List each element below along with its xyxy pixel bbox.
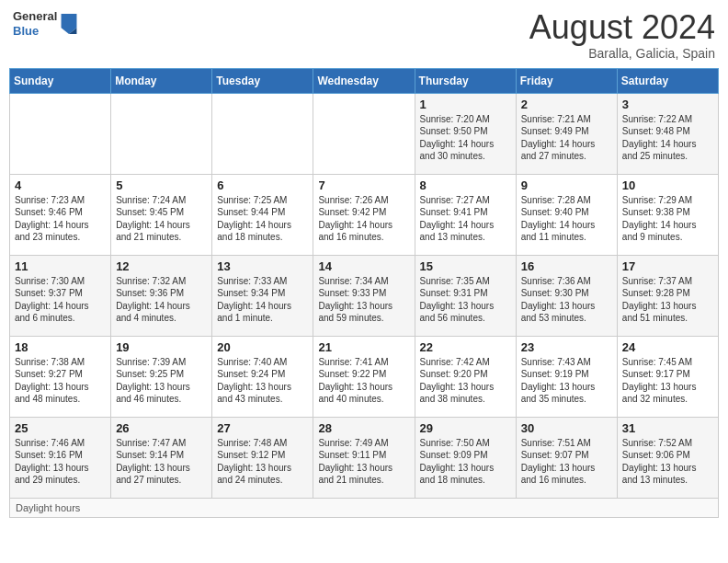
day-info: Sunrise: 7:51 AM Sunset: 9:07 PM Dayligh… (521, 437, 612, 487)
day-info: Sunrise: 7:40 AM Sunset: 9:24 PM Dayligh… (217, 356, 308, 406)
day-info: Sunrise: 7:42 AM Sunset: 9:20 PM Dayligh… (420, 356, 511, 406)
day-number: 9 (521, 178, 612, 192)
calendar-day-cell: 7Sunrise: 7:26 AM Sunset: 9:42 PM Daylig… (313, 174, 415, 255)
day-number: 5 (116, 178, 207, 192)
day-info: Sunrise: 7:25 AM Sunset: 9:44 PM Dayligh… (217, 194, 308, 244)
day-number: 31 (622, 421, 713, 435)
calendar-day-cell: 26Sunrise: 7:47 AM Sunset: 9:14 PM Dayli… (111, 417, 212, 498)
day-info: Sunrise: 7:26 AM Sunset: 9:42 PM Dayligh… (318, 194, 409, 244)
calendar-day-cell: 25Sunrise: 7:46 AM Sunset: 9:16 PM Dayli… (10, 417, 111, 498)
day-info: Sunrise: 7:36 AM Sunset: 9:30 PM Dayligh… (521, 275, 612, 325)
calendar-day-cell: 29Sunrise: 7:50 AM Sunset: 9:09 PM Dayli… (415, 417, 516, 498)
calendar-day-cell: 10Sunrise: 7:29 AM Sunset: 9:38 PM Dayli… (617, 174, 718, 255)
calendar-week-row: 25Sunrise: 7:46 AM Sunset: 9:16 PM Dayli… (10, 417, 719, 498)
calendar-week-row: 11Sunrise: 7:30 AM Sunset: 9:37 PM Dayli… (10, 255, 719, 336)
calendar-day-cell: 8Sunrise: 7:27 AM Sunset: 9:41 PM Daylig… (415, 174, 516, 255)
calendar-day-cell: 6Sunrise: 7:25 AM Sunset: 9:44 PM Daylig… (212, 174, 313, 255)
logo-blue: Blue (13, 24, 57, 39)
day-info: Sunrise: 7:49 AM Sunset: 9:11 PM Dayligh… (318, 437, 409, 487)
day-info: Sunrise: 7:23 AM Sunset: 9:46 PM Dayligh… (15, 194, 106, 244)
logo: General Blue (13, 9, 77, 38)
month-year-title: August 2024 (529, 9, 715, 46)
day-of-week-header: Tuesday (212, 68, 313, 93)
day-number: 3 (622, 98, 713, 111)
title-block: August 2024 Baralla, Galicia, Spain (529, 9, 715, 61)
day-info: Sunrise: 7:47 AM Sunset: 9:14 PM Dayligh… (116, 437, 207, 487)
calendar-day-cell: 17Sunrise: 7:37 AM Sunset: 9:28 PM Dayli… (617, 255, 718, 336)
day-of-week-header: Saturday (617, 68, 718, 93)
calendar-day-cell: 5Sunrise: 7:24 AM Sunset: 9:45 PM Daylig… (111, 174, 212, 255)
day-info: Sunrise: 7:22 AM Sunset: 9:48 PM Dayligh… (622, 113, 713, 163)
day-number: 17 (622, 259, 713, 273)
day-info: Sunrise: 7:45 AM Sunset: 9:17 PM Dayligh… (622, 356, 713, 406)
logo-icon (61, 14, 77, 34)
day-number: 24 (622, 340, 713, 354)
calendar-header-row: SundayMondayTuesdayWednesdayThursdayFrid… (10, 68, 719, 93)
day-info: Sunrise: 7:27 AM Sunset: 9:41 PM Dayligh… (420, 194, 511, 244)
calendar-day-cell: 30Sunrise: 7:51 AM Sunset: 9:07 PM Dayli… (516, 417, 617, 498)
calendar-week-row: 1Sunrise: 7:20 AM Sunset: 9:50 PM Daylig… (10, 93, 719, 174)
logo-text: General Blue (13, 9, 57, 38)
day-number: 27 (217, 421, 308, 435)
day-of-week-header: Monday (111, 68, 212, 93)
note-row: Daylight hours (10, 498, 719, 517)
day-number: 11 (15, 259, 106, 273)
calendar-day-cell: 2Sunrise: 7:21 AM Sunset: 9:49 PM Daylig… (516, 93, 617, 174)
day-info: Sunrise: 7:34 AM Sunset: 9:33 PM Dayligh… (318, 275, 409, 325)
day-number: 14 (318, 259, 409, 273)
calendar-day-cell: 31Sunrise: 7:52 AM Sunset: 9:06 PM Dayli… (617, 417, 718, 498)
day-info: Sunrise: 7:33 AM Sunset: 9:34 PM Dayligh… (217, 275, 308, 325)
day-info: Sunrise: 7:20 AM Sunset: 9:50 PM Dayligh… (420, 113, 511, 163)
calendar-day-cell: 20Sunrise: 7:40 AM Sunset: 9:24 PM Dayli… (212, 336, 313, 417)
day-info: Sunrise: 7:30 AM Sunset: 9:37 PM Dayligh… (15, 275, 106, 325)
day-of-week-header: Sunday (10, 68, 111, 93)
day-info: Sunrise: 7:50 AM Sunset: 9:09 PM Dayligh… (420, 437, 511, 487)
calendar-day-cell: 22Sunrise: 7:42 AM Sunset: 9:20 PM Dayli… (415, 336, 516, 417)
day-info: Sunrise: 7:37 AM Sunset: 9:28 PM Dayligh… (622, 275, 713, 325)
day-number: 28 (318, 421, 409, 435)
day-info: Sunrise: 7:46 AM Sunset: 9:16 PM Dayligh… (15, 437, 106, 487)
day-of-week-header: Friday (516, 68, 617, 93)
day-number: 16 (521, 259, 612, 273)
day-info: Sunrise: 7:48 AM Sunset: 9:12 PM Dayligh… (217, 437, 308, 487)
calendar-day-cell: 3Sunrise: 7:22 AM Sunset: 9:48 PM Daylig… (617, 93, 718, 174)
calendar-day-cell: 23Sunrise: 7:43 AM Sunset: 9:19 PM Dayli… (516, 336, 617, 417)
day-info: Sunrise: 7:29 AM Sunset: 9:38 PM Dayligh… (622, 194, 713, 244)
day-number: 22 (420, 340, 511, 354)
day-number: 4 (15, 178, 106, 192)
location-subtitle: Baralla, Galicia, Spain (529, 46, 715, 61)
calendar-day-cell: 13Sunrise: 7:33 AM Sunset: 9:34 PM Dayli… (212, 255, 313, 336)
day-info: Sunrise: 7:39 AM Sunset: 9:25 PM Dayligh… (116, 356, 207, 406)
calendar-day-cell (10, 93, 111, 174)
day-number: 13 (217, 259, 308, 273)
day-info: Sunrise: 7:28 AM Sunset: 9:40 PM Dayligh… (521, 194, 612, 244)
day-info: Sunrise: 7:41 AM Sunset: 9:22 PM Dayligh… (318, 356, 409, 406)
day-info: Sunrise: 7:35 AM Sunset: 9:31 PM Dayligh… (420, 275, 511, 325)
day-info: Sunrise: 7:52 AM Sunset: 9:06 PM Dayligh… (622, 437, 713, 487)
day-info: Sunrise: 7:43 AM Sunset: 9:19 PM Dayligh… (521, 356, 612, 406)
calendar-day-cell: 4Sunrise: 7:23 AM Sunset: 9:46 PM Daylig… (10, 174, 111, 255)
day-of-week-header: Thursday (415, 68, 516, 93)
day-number: 1 (420, 98, 511, 111)
day-number: 8 (420, 178, 511, 192)
day-number: 18 (15, 340, 106, 354)
calendar-day-cell: 27Sunrise: 7:48 AM Sunset: 9:12 PM Dayli… (212, 417, 313, 498)
calendar-day-cell: 9Sunrise: 7:28 AM Sunset: 9:40 PM Daylig… (516, 174, 617, 255)
calendar-day-cell (212, 93, 313, 174)
logo-general: General (13, 9, 57, 24)
calendar-day-cell: 21Sunrise: 7:41 AM Sunset: 9:22 PM Dayli… (313, 336, 415, 417)
day-number: 12 (116, 259, 207, 273)
calendar-day-cell: 14Sunrise: 7:34 AM Sunset: 9:33 PM Dayli… (313, 255, 415, 336)
calendar-day-cell: 15Sunrise: 7:35 AM Sunset: 9:31 PM Dayli… (415, 255, 516, 336)
calendar-day-cell: 18Sunrise: 7:38 AM Sunset: 9:27 PM Dayli… (10, 336, 111, 417)
page-header: General Blue August 2024 Baralla, Galici… (9, 9, 719, 61)
day-number: 25 (15, 421, 106, 435)
day-number: 23 (521, 340, 612, 354)
day-info: Sunrise: 7:21 AM Sunset: 9:49 PM Dayligh… (521, 113, 612, 163)
day-of-week-header: Wednesday (313, 68, 415, 93)
calendar-day-cell: 28Sunrise: 7:49 AM Sunset: 9:11 PM Dayli… (313, 417, 415, 498)
calendar-day-cell (111, 93, 212, 174)
day-info: Sunrise: 7:24 AM Sunset: 9:45 PM Dayligh… (116, 194, 207, 244)
calendar-week-row: 4Sunrise: 7:23 AM Sunset: 9:46 PM Daylig… (10, 174, 719, 255)
day-number: 7 (318, 178, 409, 192)
